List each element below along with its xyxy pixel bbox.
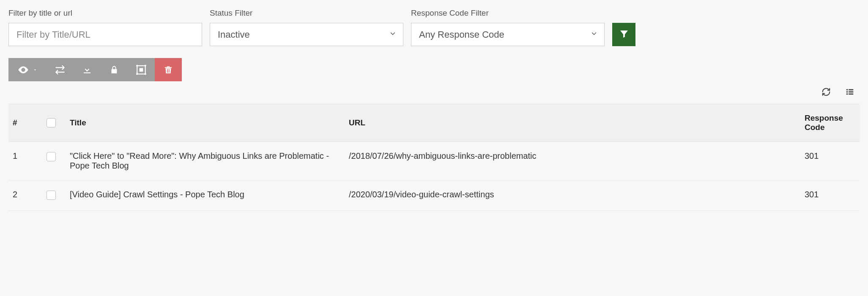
select-all-checkbox[interactable] (47, 118, 56, 127)
apply-filter-button[interactable] (612, 23, 635, 46)
filter-status-select[interactable]: Inactive (210, 23, 403, 46)
swap-icon (55, 64, 66, 75)
bulk-action-toolbar (8, 58, 182, 81)
row-url: /2020/03/19/video-guide-crawl-settings (345, 180, 800, 211)
row-title: "Click Here" to "Read More": Why Ambiguo… (66, 142, 345, 180)
row-url: /2018/07/26/why-ambiguous-links-are-prob… (345, 142, 800, 180)
table-actions (8, 81, 860, 100)
columns-icon (845, 91, 854, 98)
svg-rect-9 (849, 91, 853, 93)
visibility-dropdown-button[interactable] (8, 58, 47, 81)
caret-down-icon (33, 67, 38, 72)
table-row: 2 [Video Guide] Crawl Settings - Pope Te… (8, 180, 860, 211)
col-header-title[interactable]: Title (66, 104, 345, 142)
filter-title-url-group: Filter by title or url (8, 8, 202, 46)
row-number: 2 (8, 180, 42, 211)
group-icon (136, 64, 147, 75)
row-response-code: 301 (800, 142, 860, 180)
svg-rect-7 (849, 89, 853, 91)
svg-rect-10 (846, 94, 848, 95)
svg-rect-1 (140, 68, 143, 72)
row-number: 1 (8, 142, 42, 180)
table-body: 1 "Click Here" to "Read More": Why Ambig… (8, 142, 860, 211)
svg-rect-6 (846, 89, 848, 91)
download-button[interactable] (74, 58, 101, 81)
table-row: 1 "Click Here" to "Read More": Why Ambig… (8, 142, 860, 180)
download-icon (82, 65, 92, 75)
eye-icon (17, 64, 29, 76)
svg-point-5 (145, 73, 146, 75)
filter-status-group: Status Filter Inactive (210, 8, 403, 46)
col-header-url[interactable]: URL (345, 104, 800, 142)
table-header-row: # Title URL Response Code (8, 104, 860, 142)
refresh-icon (821, 91, 831, 98)
lock-icon (110, 65, 119, 75)
svg-point-4 (136, 73, 138, 75)
filter-title-url-input[interactable] (8, 23, 202, 46)
svg-rect-11 (849, 94, 853, 95)
col-header-checkbox (42, 104, 66, 142)
row-checkbox-cell (42, 180, 66, 211)
results-table: # Title URL Response Code 1 "Click Here"… (8, 104, 860, 211)
filter-title-url-label: Filter by title or url (8, 8, 202, 18)
svg-point-2 (136, 65, 138, 66)
col-header-num[interactable]: # (8, 104, 42, 142)
row-title: [Video Guide] Crawl Settings - Pope Tech… (66, 180, 345, 211)
filter-response-code-group: Response Code Filter Any Response Code (411, 8, 605, 46)
svg-rect-8 (846, 91, 848, 93)
lock-button[interactable] (101, 58, 128, 81)
group-button[interactable] (128, 58, 155, 81)
filters-row: Filter by title or url Status Filter Ina… (8, 8, 860, 46)
row-checkbox-cell (42, 142, 66, 180)
funnel-icon (619, 29, 629, 40)
row-response-code: 301 (800, 180, 860, 211)
swap-button[interactable] (47, 58, 74, 81)
refresh-button[interactable] (820, 86, 832, 100)
delete-button[interactable] (155, 58, 182, 81)
svg-point-3 (145, 65, 146, 66)
columns-button[interactable] (843, 86, 856, 100)
filter-status-label: Status Filter (210, 8, 403, 18)
filter-response-code-select[interactable]: Any Response Code (411, 23, 605, 46)
row-checkbox[interactable] (47, 152, 56, 161)
filter-response-code-label: Response Code Filter (411, 8, 605, 18)
col-header-response-code[interactable]: Response Code (800, 104, 860, 142)
row-checkbox[interactable] (47, 191, 56, 200)
trash-icon (164, 65, 173, 75)
